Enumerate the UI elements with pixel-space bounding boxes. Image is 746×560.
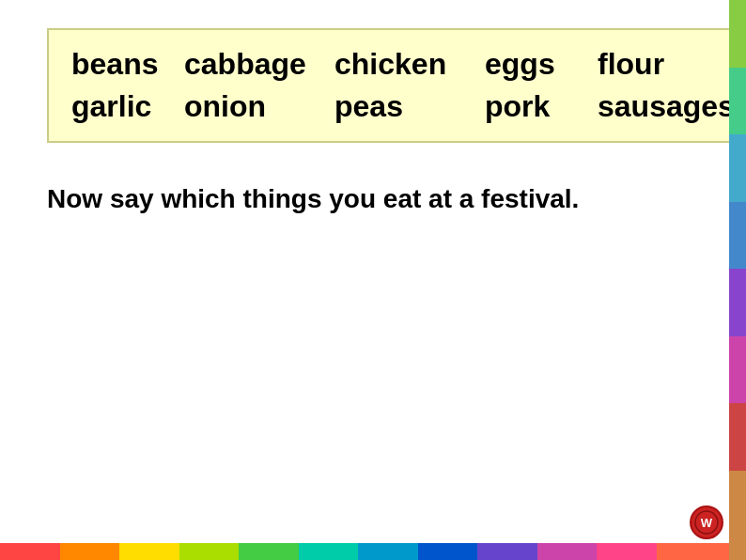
word-garlic: garlic	[71, 89, 184, 124]
word-box: beans cabbage chicken eggs flour garlic …	[47, 28, 746, 143]
right-color-strip	[729, 0, 746, 560]
bottom-color-strip	[0, 543, 746, 560]
word-eggs: eggs	[485, 47, 598, 82]
word-beans: beans	[71, 47, 184, 82]
word-cabbage: cabbage	[184, 47, 334, 82]
svg-text:W: W	[701, 516, 713, 530]
instruction-text: Now say which things you eat at a festiv…	[47, 180, 592, 217]
word-peas: peas	[334, 89, 485, 124]
logo-circle: W	[690, 506, 723, 539]
logo-icon: W	[693, 509, 720, 536]
word-flour: flour	[598, 47, 710, 82]
word-pork: pork	[485, 89, 598, 124]
word-row-2: garlic onion peas pork sausages	[71, 89, 746, 124]
word-chicken: chicken	[334, 47, 485, 82]
main-content: beans cabbage chicken eggs flour garlic …	[0, 0, 746, 245]
logo: W	[690, 506, 723, 539]
word-onion: onion	[184, 89, 334, 124]
word-sausages: sausages	[598, 89, 746, 124]
word-row-1: beans cabbage chicken eggs flour	[71, 47, 746, 82]
